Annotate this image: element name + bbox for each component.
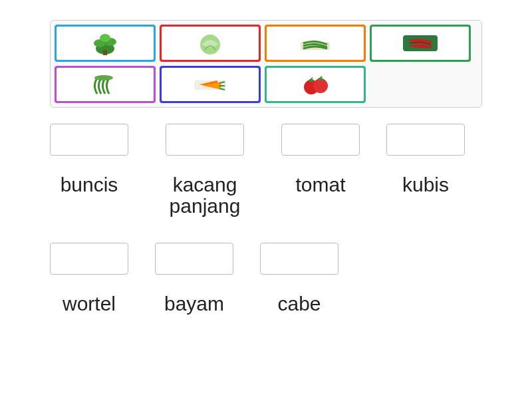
target-cabe: cabe	[260, 243, 338, 315]
carrot-icon	[162, 68, 259, 101]
target-wortel: wortel	[50, 243, 128, 315]
tomato-icon	[267, 68, 364, 101]
drop-slot-kubis[interactable]	[386, 124, 465, 156]
target-kacang-panjang: kacang panjang	[155, 124, 255, 216]
draggable-tile-bayam[interactable]	[55, 25, 156, 62]
drop-slot-wortel[interactable]	[50, 243, 128, 275]
target-label: bayam	[164, 293, 224, 315]
drop-slot-cabe[interactable]	[260, 243, 338, 275]
draggable-tile-buncis[interactable]	[265, 25, 366, 62]
target-label: wortel	[63, 293, 116, 315]
cabbage-icon	[162, 27, 259, 60]
target-kubis: kubis	[386, 124, 465, 216]
target-bayam: bayam	[155, 243, 233, 315]
draggable-tile-cabe[interactable]	[370, 25, 471, 62]
drop-slot-buncis[interactable]	[50, 124, 128, 156]
drop-slot-bayam[interactable]	[155, 243, 233, 275]
drop-slot-tomat[interactable]	[281, 124, 360, 156]
target-label: buncis	[61, 174, 118, 196]
target-label: cabe	[277, 293, 321, 315]
draggable-tile-tomat[interactable]	[265, 66, 366, 103]
target-buncis: buncis	[50, 124, 128, 216]
chili-icon	[372, 27, 469, 60]
draggable-tile-wortel[interactable]	[160, 66, 261, 103]
drop-targets-grid: bunciskacang panjangtomatkubiswortelbaya…	[50, 124, 482, 315]
target-tomat: tomat	[281, 124, 360, 216]
green-beans-icon	[267, 27, 364, 60]
spinach-icon	[57, 27, 154, 60]
draggable-tile-kubis[interactable]	[160, 25, 261, 62]
drop-slot-kacang-panjang[interactable]	[166, 124, 244, 156]
target-label: kacang panjang	[170, 174, 241, 216]
target-label: tomat	[295, 174, 345, 196]
draggable-tile-kacang-panjang[interactable]	[55, 66, 156, 103]
source-tile-tray	[50, 20, 482, 108]
target-label: kubis	[402, 174, 449, 196]
long-beans-icon	[57, 68, 154, 101]
